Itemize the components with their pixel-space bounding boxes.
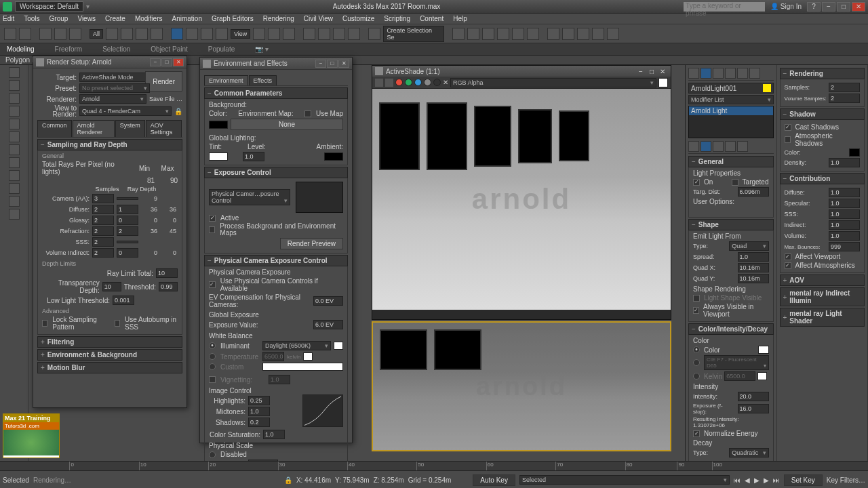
- render-button[interactable]: Render: [145, 71, 182, 92]
- vol-samples-spinner[interactable]: 2: [829, 94, 860, 103]
- renderer-dropdown[interactable]: Arnold: [79, 94, 146, 104]
- spinner-snap-icon[interactable]: [348, 28, 360, 40]
- channel-dropdown[interactable]: RGB Alpha: [450, 78, 656, 87]
- cast-shadows-checkbox[interactable]: [785, 124, 791, 131]
- ambient-swatch[interactable]: [324, 152, 343, 161]
- ribbon-selection[interactable]: Selection: [102, 45, 130, 53]
- minimize-icon[interactable]: −: [635, 68, 646, 75]
- play-next-icon[interactable]: ▶: [764, 476, 769, 484]
- light-shape-checkbox[interactable]: [693, 295, 700, 302]
- close-icon[interactable]: ✕: [338, 60, 349, 68]
- help-icon[interactable]: ?: [807, 2, 821, 12]
- render-frame-icon[interactable]: [577, 28, 589, 40]
- affect-atm-checkbox[interactable]: [785, 262, 791, 269]
- modify-tab-icon[interactable]: [701, 68, 711, 79]
- selection-filter-dropdown[interactable]: All: [90, 29, 103, 39]
- rollout-color[interactable]: Color/Intensity/Decay: [688, 323, 774, 335]
- level-spinner[interactable]: 1.0: [243, 152, 264, 161]
- maximize-icon[interactable]: □: [837, 2, 850, 12]
- save-file-button[interactable]: Save File …: [149, 96, 182, 102]
- shadows-spinner[interactable]: 0.2: [248, 418, 270, 427]
- env-map-button[interactable]: None: [231, 119, 343, 130]
- maximize-icon[interactable]: □: [161, 58, 172, 66]
- illuminant-swatch[interactable]: [334, 342, 343, 350]
- curve-editor-icon[interactable]: [512, 28, 524, 40]
- tool-icon[interactable]: [9, 80, 20, 91]
- tab-arnold-renderer[interactable]: Arnold Renderer: [73, 120, 115, 137]
- channel-blue-icon[interactable]: [414, 79, 422, 86]
- modifier-stack[interactable]: Arnold Light: [688, 106, 774, 138]
- menu-content[interactable]: Content: [420, 15, 443, 22]
- tool-icon[interactable]: [9, 157, 20, 168]
- rollout-aov[interactable]: AOV: [780, 274, 865, 286]
- ribbon-object-paint[interactable]: Object Paint: [151, 45, 187, 53]
- rollout-header[interactable]: Sampling and Ray Depth: [37, 139, 182, 150]
- samples-spinner[interactable]: 3: [92, 194, 114, 203]
- rollout-rendering[interactable]: Rendering: [780, 68, 865, 79]
- tab-effects[interactable]: Effects: [249, 75, 277, 85]
- display-tab-icon[interactable]: [737, 68, 748, 79]
- editnamed-icon[interactable]: [368, 28, 380, 40]
- preset-dropdown[interactable]: No preset selected: [79, 83, 150, 93]
- named-selection-dropdown[interactable]: Create Selection Se: [383, 26, 444, 42]
- tool-icon[interactable]: [9, 144, 20, 155]
- workspace-dropdown[interactable]: Workspace: Default: [15, 1, 83, 12]
- create-tab-icon[interactable]: [688, 68, 699, 79]
- temperature-spinner[interactable]: 6500.0: [262, 352, 284, 361]
- channel-red-icon[interactable]: [395, 79, 403, 86]
- dialog-titlebar[interactable]: Environment and Effects −□✕: [200, 58, 352, 70]
- rollout-shadow[interactable]: Shadow: [780, 108, 865, 120]
- scale-icon[interactable]: [201, 28, 213, 40]
- tab-aov[interactable]: AOV Settings: [146, 120, 182, 137]
- link-icon[interactable]: [39, 28, 52, 40]
- vignetting-spinner[interactable]: 1.0: [269, 375, 290, 384]
- samples-spinner[interactable]: 2: [92, 226, 114, 236]
- highlights-spinner[interactable]: 0.25: [248, 396, 270, 405]
- ribbon-camera-icon[interactable]: 📷 ▾: [255, 45, 269, 53]
- ribbon-freeform[interactable]: Freeform: [55, 45, 83, 53]
- render-icon[interactable]: [592, 28, 604, 40]
- menu-tools[interactable]: Tools: [24, 15, 39, 22]
- preset-dropdown[interactable]: CIE F7 - Fluorescent D65: [704, 355, 769, 370]
- temperature-radio[interactable]: [209, 353, 216, 360]
- targeted-checkbox[interactable]: [732, 179, 738, 186]
- align-icon[interactable]: [467, 28, 479, 40]
- object-name-field[interactable]: ArnoldLight001: [688, 83, 774, 94]
- play-end-icon[interactable]: ⏭: [773, 476, 780, 484]
- select-region-icon[interactable]: [136, 28, 148, 40]
- threshold-spinner[interactable]: 0.99: [159, 282, 178, 291]
- layers-icon[interactable]: [482, 28, 494, 40]
- lock-icon[interactable]: 🔒: [174, 108, 182, 115]
- use-phys-checkbox[interactable]: [209, 281, 216, 288]
- keyfilters-link[interactable]: Key Filters…: [827, 476, 865, 484]
- menu-create[interactable]: Create: [105, 15, 125, 22]
- keymode-dropdown[interactable]: Selected: [519, 475, 730, 485]
- render-preview-button[interactable]: Render Preview: [280, 238, 343, 249]
- tool-icon[interactable]: [9, 196, 20, 207]
- disabled-radio[interactable]: [209, 451, 216, 458]
- snap-icon[interactable]: [303, 28, 315, 40]
- configure-icon[interactable]: [737, 141, 748, 152]
- tool-icon[interactable]: [9, 170, 20, 181]
- close-icon[interactable]: ✕: [852, 2, 865, 12]
- type-dropdown[interactable]: Quad: [729, 241, 768, 251]
- viewport-titlebar[interactable]: ActiveShade (1:1) − □ ✕: [372, 66, 671, 77]
- ev-comp-spinner[interactable]: 0.0 EV: [313, 296, 343, 306]
- samples-spinner[interactable]: 2: [92, 205, 114, 214]
- diffuse-spinner[interactable]: 1.0: [829, 188, 860, 197]
- volume-spinner[interactable]: 1.0: [829, 231, 860, 241]
- dialog-titlebar[interactable]: Render Setup: Arnold −□✕: [33, 56, 186, 68]
- samples-spinner[interactable]: 2: [92, 216, 114, 225]
- targ-dist-spinner[interactable]: 6.096m: [738, 187, 769, 197]
- density-spinner[interactable]: 1.0: [829, 158, 860, 167]
- menu-customize[interactable]: Customize: [342, 15, 374, 22]
- menu-civil-view[interactable]: Civil View: [304, 15, 333, 22]
- on-checkbox[interactable]: [693, 179, 700, 186]
- rollout-shape[interactable]: Shape: [688, 219, 774, 230]
- object-color-swatch[interactable]: [763, 84, 771, 92]
- midtones-spinner[interactable]: 1.0: [248, 407, 270, 416]
- maximize-icon[interactable]: □: [327, 60, 338, 68]
- tab-common[interactable]: Common: [37, 120, 72, 137]
- rollout-exposure[interactable]: Exposure Control: [204, 167, 348, 178]
- tool-icon[interactable]: [9, 209, 20, 220]
